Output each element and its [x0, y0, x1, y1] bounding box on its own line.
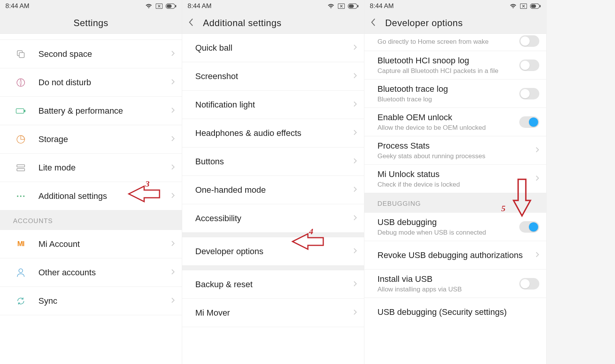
close-box-icon [156, 3, 163, 9]
row-process-stats[interactable]: Process Stats Geeky stats about running … [364, 136, 546, 165]
row-label: Enable OEM unlock [377, 113, 515, 122]
row-buttons[interactable]: Buttons [182, 147, 364, 176]
status-time: 8:44 AM [188, 2, 211, 10]
row-label: Quick ball [195, 43, 349, 53]
row-install-usb[interactable]: Install via USB Allow installing apps vi… [364, 270, 546, 298]
row-label: Mi Account [38, 239, 167, 249]
title-bar-additional: Additional settings [182, 12, 364, 34]
status-icons [327, 3, 359, 9]
chevron-right-icon [353, 309, 357, 317]
row-dnd[interactable]: Do not disturb [0, 68, 182, 97]
row-sync[interactable]: Sync [0, 287, 182, 315]
row-label: Screenshot [195, 71, 349, 81]
svg-point-13 [20, 195, 22, 197]
chevron-right-icon [353, 101, 357, 109]
pane-developer-options: 8:44 AM Developer options Go directly to… [364, 0, 547, 364]
chevron-right-icon [353, 215, 357, 222]
row-label: Backup & reset [195, 280, 349, 290]
row-sub: Allow the device to be OEM unlocked [377, 124, 515, 132]
chevron-right-icon [171, 107, 175, 115]
close-box-icon [338, 3, 345, 9]
svg-rect-3 [175, 5, 176, 7]
row-accessibility[interactable]: Accessibility [182, 204, 364, 233]
status-bar: 8:44 AM [182, 0, 364, 12]
pane-settings: 8:44 AM Settings Second space Do not dis… [0, 0, 182, 364]
row-lite-mode[interactable]: Lite mode [0, 154, 182, 182]
row-battery[interactable]: Battery & performance [0, 97, 182, 125]
row-developer-options[interactable]: Developer options [182, 237, 364, 266]
battery-icon [166, 3, 176, 9]
row-label: Mi Unlock status [377, 169, 532, 179]
toggle-switch[interactable] [519, 88, 539, 99]
row-skip-screen-lock[interactable]: Go directly to Home screen from wake [364, 34, 546, 51]
row-label: Process Stats [377, 141, 532, 151]
row-label: Additional settings [38, 191, 167, 201]
wifi-icon [327, 3, 335, 9]
row-label: USB debugging (Security settings) [377, 307, 539, 317]
chevron-right-icon [171, 50, 175, 58]
wifi-icon [145, 3, 153, 9]
person-icon [15, 267, 26, 278]
row-sub: Bluetooth trace log [377, 96, 515, 103]
svg-rect-10 [17, 165, 25, 167]
row-oem-unlock[interactable]: Enable OEM unlock Allow the device to be… [364, 108, 546, 136]
row-quick-ball[interactable]: Quick ball [182, 34, 364, 62]
wifi-icon [509, 3, 517, 9]
developer-list: Go directly to Home screen from wake Blu… [364, 34, 546, 326]
row-sub: Debug mode when USB is connected [377, 229, 515, 237]
svg-rect-22 [531, 5, 536, 8]
chevron-right-icon [171, 192, 175, 200]
toggle-switch[interactable] [519, 60, 539, 71]
row-mi-mover[interactable]: Mi Mover [182, 299, 364, 327]
row-other-accounts[interactable]: Other accounts [0, 258, 182, 287]
mi-icon: MI [15, 239, 26, 250]
toggle-switch[interactable] [519, 35, 539, 47]
title-bar-developer: Developer options [364, 12, 546, 34]
copy-icon [15, 49, 26, 60]
row-label: Do not disturb [38, 78, 167, 88]
svg-point-15 [19, 269, 23, 273]
row-label: Install via USB [377, 274, 515, 284]
chevron-right-icon [353, 186, 357, 194]
chevron-right-icon [535, 251, 539, 259]
row-usb-debug-security[interactable]: USB debugging (Security settings) [364, 298, 546, 326]
row-revoke-usb[interactable]: Revoke USB debugging authorizations [364, 241, 546, 270]
svg-rect-7 [16, 109, 24, 113]
section-debugging: DEBUGGING [364, 193, 546, 213]
list-icon [15, 162, 26, 173]
chevron-right-icon [171, 240, 175, 248]
row-one-handed[interactable]: One-handed mode [182, 176, 364, 204]
row-second-space[interactable]: Second space [0, 40, 182, 68]
toggle-switch[interactable] [519, 221, 539, 233]
row-additional-settings[interactable]: Additional settings [0, 182, 182, 210]
row-mi-account[interactable]: MI Mi Account [0, 230, 182, 258]
row-label: Buttons [195, 157, 349, 167]
chevron-right-icon [353, 158, 357, 165]
status-icons [509, 3, 541, 9]
row-headphones[interactable]: Headphones & audio effects [182, 119, 364, 147]
back-button[interactable] [188, 18, 194, 28]
row-notification-light[interactable]: Notification light [182, 91, 364, 119]
row-storage[interactable]: Storage [0, 125, 182, 154]
row-backup-reset[interactable]: Backup & reset [182, 270, 364, 299]
row-usb-debugging[interactable]: USB debugging Debug mode when USB is con… [364, 213, 546, 241]
row-bt-trace[interactable]: Bluetooth trace log Bluetooth trace log [364, 79, 546, 108]
status-icons [145, 3, 176, 9]
row-label: Accessibility [195, 213, 349, 223]
row-label: Headphones & audio effects [195, 128, 349, 138]
page-title: Additional settings [203, 18, 281, 28]
row-screenshot[interactable]: Screenshot [182, 62, 364, 91]
row-label: Developer options [195, 247, 349, 256]
toggle-switch[interactable] [519, 116, 539, 128]
row-label: Notification light [195, 100, 349, 110]
svg-rect-18 [349, 5, 354, 8]
chevron-right-icon [171, 297, 175, 305]
svg-point-14 [23, 195, 25, 197]
row-mi-unlock[interactable]: Mi Unlock status Check if the device is … [364, 165, 546, 193]
toggle-switch[interactable] [519, 278, 539, 290]
status-time: 8:44 AM [5, 2, 29, 10]
back-button[interactable] [371, 18, 376, 28]
chevron-right-icon [171, 164, 175, 172]
row-bt-hci[interactable]: Bluetooth HCI snoop log Capture all Blue… [364, 51, 546, 79]
row-label: Other accounts [38, 268, 167, 278]
